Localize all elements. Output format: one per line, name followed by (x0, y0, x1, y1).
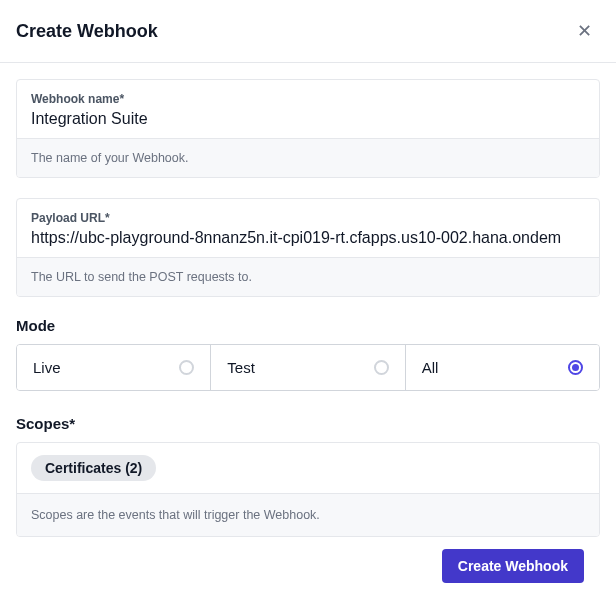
dialog-header: Create Webhook ✕ (0, 0, 616, 63)
webhook-name-group: Webhook name* The name of your Webhook. (16, 79, 600, 178)
radio-icon (179, 360, 194, 375)
payload-url-hint: The URL to send the POST requests to. (17, 257, 599, 296)
close-button[interactable]: ✕ (569, 18, 600, 44)
mode-option-live[interactable]: Live (17, 345, 210, 390)
scopes-top[interactable]: Certificates (2) (17, 443, 599, 493)
mode-option-all[interactable]: All (405, 345, 599, 390)
mode-option-label: Live (33, 359, 61, 376)
payload-url-input[interactable] (31, 229, 585, 247)
payload-url-top: Payload URL* (17, 199, 599, 257)
dialog-content: Webhook name* The name of your Webhook. … (0, 63, 616, 599)
webhook-name-label: Webhook name* (31, 92, 585, 106)
mode-label: Mode (16, 317, 600, 334)
payload-url-group: Payload URL* The URL to send the POST re… (16, 198, 600, 297)
webhook-name-input[interactable] (31, 110, 585, 128)
dialog-title: Create Webhook (16, 21, 158, 42)
mode-option-label: Test (227, 359, 255, 376)
webhook-name-top: Webhook name* (17, 80, 599, 138)
mode-option-test[interactable]: Test (210, 345, 404, 390)
create-webhook-button[interactable]: Create Webhook (442, 549, 584, 583)
scopes-label: Scopes* (16, 415, 600, 432)
webhook-name-hint: The name of your Webhook. (17, 138, 599, 177)
radio-icon-selected (568, 360, 583, 375)
payload-url-label: Payload URL* (31, 211, 585, 225)
dialog-footer: Create Webhook (16, 537, 600, 583)
scopes-hint: Scopes are the events that will trigger … (17, 493, 599, 536)
mode-option-label: All (422, 359, 439, 376)
mode-row: Live Test All (16, 344, 600, 391)
scopes-group: Certificates (2) Scopes are the events t… (16, 442, 600, 537)
close-icon: ✕ (577, 21, 592, 41)
scope-pill-certificates[interactable]: Certificates (2) (31, 455, 156, 481)
radio-icon (374, 360, 389, 375)
